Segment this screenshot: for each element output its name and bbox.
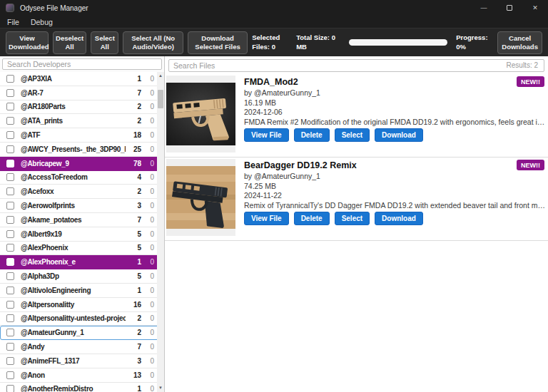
- developer-row[interactable]: @Akame_potatoes 7 0: [0, 213, 164, 227]
- developer-row[interactable]: @Alpha3Dp 5 0: [0, 269, 164, 284]
- developer-row[interactable]: @ATA_prints 2 0: [0, 114, 164, 128]
- developer-file-count: 2: [126, 329, 141, 336]
- view-file-button[interactable]: View File: [244, 212, 289, 225]
- developer-checkbox[interactable]: [6, 187, 14, 195]
- delete-button[interactable]: Delete: [294, 212, 330, 225]
- developer-checkbox[interactable]: [6, 89, 14, 97]
- select-button[interactable]: Select: [335, 212, 370, 225]
- developer-checkbox[interactable]: [6, 272, 14, 280]
- file-thumbnail: [166, 159, 235, 236]
- menu-debug[interactable]: Debug: [31, 18, 53, 26]
- developer-row[interactable]: @Abricapew_9 78 0: [0, 157, 164, 171]
- developer-row[interactable]: @AccessToFreedom 4 0: [0, 171, 164, 185]
- file-card: BearDagger DD19.2 Remix by @AmateurGunny…: [165, 158, 548, 241]
- developer-row[interactable]: @AnimeFFL_1317 3 0: [0, 354, 164, 368]
- developer-checkbox[interactable]: [6, 371, 14, 379]
- developer-checkbox[interactable]: [6, 75, 14, 83]
- developer-row[interactable]: @Acefoxx 2 0: [0, 185, 164, 199]
- developer-checkbox[interactable]: [6, 230, 14, 238]
- menu-file[interactable]: File: [7, 18, 19, 26]
- developer-row[interactable]: @Aerowolfprints 3 0: [0, 199, 164, 213]
- developer-row[interactable]: @Altpersonalitty-untested-projects 2 0: [0, 312, 164, 326]
- developer-file-count: 2: [126, 187, 141, 195]
- developer-downloaded-count: 0: [141, 131, 154, 139]
- developer-row[interactable]: @Altpersonalitty 16 0: [0, 298, 164, 312]
- developer-checkbox[interactable]: [6, 145, 14, 153]
- developer-row[interactable]: @ATF 18 0: [0, 128, 164, 143]
- developer-file-count: 1: [126, 258, 141, 266]
- developer-downloaded-count: 0: [141, 385, 154, 392]
- delete-button[interactable]: Delete: [294, 128, 330, 142]
- developer-name: @Andy: [21, 343, 126, 351]
- developer-checkbox[interactable]: [6, 343, 14, 351]
- developer-checkbox[interactable]: [6, 357, 14, 365]
- developer-checkbox[interactable]: [6, 244, 14, 252]
- developer-checkbox[interactable]: [6, 258, 14, 266]
- developer-checkbox[interactable]: [6, 216, 14, 224]
- developer-checkbox[interactable]: [6, 314, 14, 322]
- developer-checkbox[interactable]: [6, 202, 14, 210]
- maximize-button[interactable]: [497, 0, 522, 16]
- developer-name: @AR180Parts: [21, 103, 126, 110]
- developer-row[interactable]: @AnotherRemixDistro 1 0: [0, 383, 164, 392]
- developer-file-count: 16: [126, 301, 141, 309]
- download-selected-files-button[interactable]: Download Selected Files: [188, 31, 248, 54]
- scrollbar-thumb[interactable]: [158, 90, 163, 108]
- developer-checkbox[interactable]: [6, 117, 14, 125]
- developer-checkbox[interactable]: [6, 160, 14, 167]
- developer-row[interactable]: @AR180Parts 2 0: [0, 100, 164, 115]
- developer-checkbox[interactable]: [6, 131, 14, 139]
- developer-row[interactable]: @Andy 7 0: [0, 340, 164, 354]
- developer-downloaded-count: 0: [141, 230, 154, 238]
- file-date: 2024-12-06: [244, 108, 545, 116]
- developer-row[interactable]: @AlexPhoenix 5 0: [0, 242, 164, 256]
- developer-file-count: 25: [126, 145, 141, 153]
- select-button[interactable]: Select: [335, 128, 370, 142]
- developer-checkbox[interactable]: [6, 385, 14, 392]
- search-files-input[interactable]: [168, 59, 544, 72]
- sidebar-scrollbar[interactable]: ▲ ▼: [157, 72, 164, 392]
- minimize-button[interactable]: —: [471, 0, 497, 16]
- developer-row[interactable]: @Anon 13 0: [0, 368, 164, 383]
- view-file-button[interactable]: View File: [244, 128, 289, 142]
- content-area: @AP3XIA 1 0 @AR-7 7 0 @AR180Parts: [0, 56, 548, 392]
- download-button[interactable]: Download: [375, 212, 423, 225]
- cancel-downloads-button[interactable]: Cancel Downloads: [497, 31, 542, 54]
- developer-name: @AmateurGunny_1: [21, 329, 126, 336]
- developer-name: @AR-7: [21, 89, 126, 97]
- select-all-no-av-button[interactable]: Select All (No Audio/Video): [123, 31, 183, 54]
- developer-downloaded-count: 0: [141, 357, 154, 365]
- developer-name: @Alpha3Dp: [21, 272, 126, 280]
- developer-file-count: 13: [126, 371, 141, 379]
- search-developers-input[interactable]: [2, 58, 162, 70]
- scroll-up-icon[interactable]: ▲: [158, 72, 163, 80]
- developer-row[interactable]: @AltivoloEngineering 1 0: [0, 284, 164, 298]
- developer-row[interactable]: @AP3XIA 1 0: [0, 72, 164, 86]
- developer-name: @Aerowolfprints: [21, 202, 126, 210]
- developer-row[interactable]: @Albert9x19 5 0: [0, 227, 164, 242]
- view-downloaded-button[interactable]: View Downloaded: [6, 31, 49, 54]
- selected-files-label: Selected Files: 0: [252, 33, 285, 52]
- developer-name: @Abricapew_9: [21, 160, 126, 167]
- developer-downloaded-count: 0: [141, 244, 154, 252]
- file-info: BearDagger DD19.2 Remix by @AmateurGunny…: [244, 159, 545, 236]
- developer-row[interactable]: @AWCY_Presents-_the_3DP90_Karaoke 25 0: [0, 143, 164, 157]
- download-button[interactable]: Download: [375, 128, 423, 142]
- developer-downloaded-count: 0: [141, 258, 154, 266]
- developer-checkbox[interactable]: [6, 103, 14, 110]
- developer-checkbox[interactable]: [6, 287, 14, 294]
- developer-checkbox[interactable]: [6, 329, 14, 336]
- deselect-all-button[interactable]: Deselect All: [53, 31, 86, 54]
- developer-row[interactable]: @AmateurGunny_1 2 0: [0, 326, 164, 340]
- developer-name: @AltivoloEngineering: [21, 287, 126, 294]
- developer-row[interactable]: @AlexPhoenix_e 1 0: [0, 255, 164, 269]
- select-all-button[interactable]: Select All: [91, 31, 118, 54]
- scroll-down-icon[interactable]: ▼: [158, 384, 163, 392]
- developer-row[interactable]: @AR-7 7 0: [0, 86, 164, 100]
- developer-checkbox[interactable]: [6, 301, 14, 309]
- file-actions: View File Delete Select Download: [244, 212, 545, 225]
- close-button[interactable]: ✕: [522, 0, 548, 16]
- developer-checkbox[interactable]: [6, 173, 14, 181]
- file-title: FMDA_Mod2: [244, 77, 545, 87]
- developer-file-count: 7: [126, 343, 141, 351]
